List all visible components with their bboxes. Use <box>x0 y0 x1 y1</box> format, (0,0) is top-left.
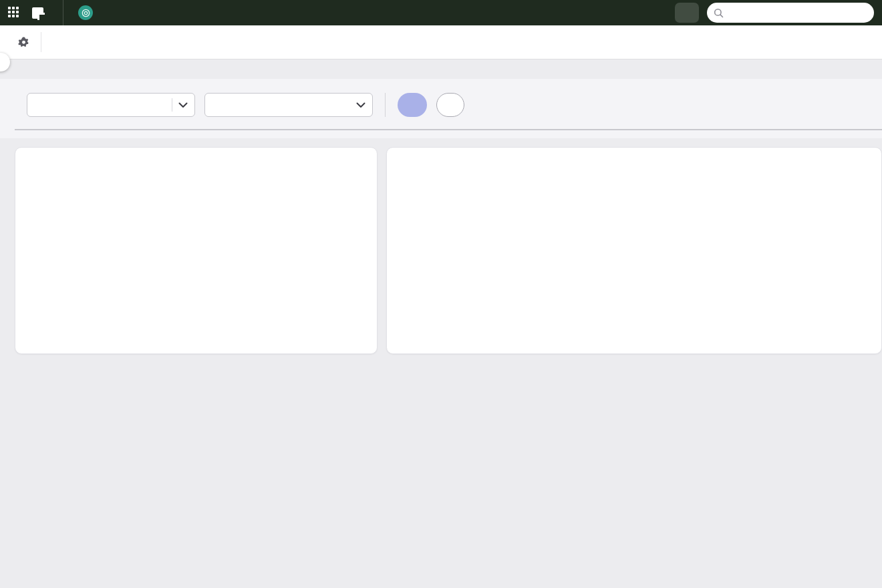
pie-chart-card <box>15 147 378 354</box>
search-icon <box>714 8 724 18</box>
select-divider <box>172 98 172 112</box>
breadcrumb-bar <box>0 25 882 59</box>
line-chart <box>387 165 882 329</box>
app-icon <box>78 5 93 20</box>
search-box[interactable] <box>707 3 874 23</box>
charts-row <box>15 147 882 354</box>
search-input[interactable] <box>728 8 867 18</box>
topbar-divider <box>63 0 63 25</box>
dashboard-panel <box>0 79 882 138</box>
app-home-link[interactable] <box>78 5 100 20</box>
filter-bar <box>0 88 882 129</box>
pie-chart <box>15 159 378 339</box>
task-deadline-select[interactable] <box>27 93 195 117</box>
gantt-chart <box>15 129 882 130</box>
clear-all-button[interactable] <box>436 93 464 117</box>
topbar <box>0 0 882 25</box>
line-chart-card <box>386 147 882 354</box>
chevron-down-icon <box>356 102 365 108</box>
line-chart-subtitle <box>387 159 881 165</box>
pie-chart-title <box>15 148 377 159</box>
filter-divider <box>385 93 386 117</box>
breadcrumb-divider <box>41 32 41 52</box>
quickbase-mark-icon <box>32 7 43 19</box>
settings-gear-icon[interactable] <box>17 36 30 49</box>
task-owner-select[interactable] <box>204 93 373 117</box>
app-switcher-icon[interactable] <box>8 7 20 19</box>
add-button[interactable] <box>675 3 699 23</box>
quickbase-logo[interactable] <box>32 7 48 19</box>
apply-button[interactable] <box>398 93 427 117</box>
chevron-down-icon <box>178 102 188 108</box>
line-chart-title <box>387 148 881 159</box>
